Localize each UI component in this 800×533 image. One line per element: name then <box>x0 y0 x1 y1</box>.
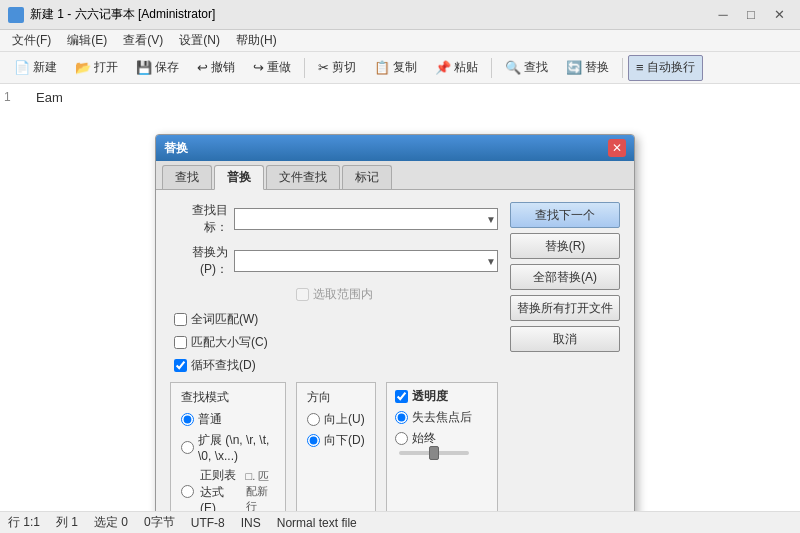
tab-mark[interactable]: 标记 <box>342 165 392 189</box>
menu-help[interactable]: 帮助(H) <box>228 30 285 51</box>
replace-with-label: 替换为(P)： <box>170 244 228 278</box>
mode-regex-radio[interactable] <box>181 485 194 498</box>
transparency-checkbox[interactable] <box>395 390 408 403</box>
transparency-box: 透明度 失去焦点后 始终 <box>386 382 498 511</box>
dialog-left: 查找目标： ▼ 替换为(P)： ▼ <box>170 202 498 511</box>
redo-icon: ↪ <box>253 60 264 75</box>
mode-regex-row: 正则表达式(E) □. 匹配新行 <box>181 467 275 511</box>
toolbar-cut-button[interactable]: ✂ 剪切 <box>310 55 364 81</box>
dialog-right: 查找下一个 替换(R) 全部替换(A) 替换所有打开文件 取消 <box>510 202 620 511</box>
close-button[interactable]: ✕ <box>766 5 792 25</box>
find-next-button[interactable]: 查找下一个 <box>510 202 620 228</box>
status-filetype: Normal text file <box>277 516 357 530</box>
transparency-title-row: 透明度 <box>395 388 489 405</box>
toolbar-autowrap-label: 自动换行 <box>647 59 695 76</box>
toolbar-cut-label: 剪切 <box>332 59 356 76</box>
mode-extended-row: 扩展 (\n, \r, \t, \0, \x...) <box>181 432 275 463</box>
cut-icon: ✂ <box>318 60 329 75</box>
paste-icon: 📌 <box>435 60 451 75</box>
whole-word-checkbox[interactable] <box>174 313 187 326</box>
transp-focus-radio[interactable] <box>395 411 408 424</box>
dialog-title: 替换 <box>164 140 188 157</box>
toolbar-replace-label: 替换 <box>585 59 609 76</box>
transp-focus-label: 失去焦点后 <box>412 409 472 426</box>
new-icon: 📄 <box>14 60 30 75</box>
mode-normal-radio[interactable] <box>181 413 194 426</box>
menu-view[interactable]: 查看(V) <box>115 30 171 51</box>
save-icon: 💾 <box>136 60 152 75</box>
replace-all-button[interactable]: 全部替换(A) <box>510 264 620 290</box>
cancel-button[interactable]: 取消 <box>510 326 620 352</box>
toolbar-open-button[interactable]: 📂 打开 <box>67 55 126 81</box>
copy-icon: 📋 <box>374 60 390 75</box>
toolbar-redo-label: 重做 <box>267 59 291 76</box>
tab-find[interactable]: 查找 <box>162 165 212 189</box>
loop-find-checkbox[interactable] <box>174 359 187 372</box>
dir-down-radio[interactable] <box>307 434 320 447</box>
menu-settings[interactable]: 设置(N) <box>171 30 228 51</box>
toolbar-redo-button[interactable]: ↪ 重做 <box>245 55 299 81</box>
dialog-tabs: 查找 普换 文件查找 标记 <box>156 161 634 190</box>
dir-up-radio[interactable] <box>307 413 320 426</box>
transparency-title: 透明度 <box>412 388 448 405</box>
toolbar-autowrap-button[interactable]: ≡ 自动换行 <box>628 55 703 81</box>
status-encoding: UTF-8 <box>191 516 225 530</box>
match-case-checkbox[interactable] <box>174 336 187 349</box>
direction-box: 方向 向上(U) 向下(D) <box>296 382 376 511</box>
minimize-button[interactable]: ─ <box>710 5 736 25</box>
transparency-slider-row <box>395 451 489 455</box>
status-position: 行 1:1 <box>8 514 40 531</box>
tab-file-find[interactable]: 文件查找 <box>266 165 340 189</box>
toolbar-undo-label: 撤销 <box>211 59 235 76</box>
match-case-row: 匹配大小写(C) <box>174 334 498 351</box>
editor-area[interactable]: 1 Eam 替换 ✕ 查找 普换 文件查找 <box>0 84 800 511</box>
toolbar-new-label: 新建 <box>33 59 57 76</box>
dir-down-row: 向下(D) <box>307 432 365 449</box>
search-mode-title: 查找模式 <box>181 389 275 406</box>
transparency-slider-thumb <box>429 446 439 460</box>
select-range-checkbox[interactable] <box>296 288 309 301</box>
status-select: 选定 0 <box>94 514 128 531</box>
find-target-input[interactable] <box>234 208 498 230</box>
undo-icon: ↩ <box>197 60 208 75</box>
toolbar-save-label: 保存 <box>155 59 179 76</box>
toolbar-sep-2 <box>491 58 492 78</box>
toolbar-undo-button[interactable]: ↩ 撤销 <box>189 55 243 81</box>
toolbar-paste-button[interactable]: 📌 粘贴 <box>427 55 486 81</box>
sections-row: 查找模式 普通 扩展 (\n, \r, \t, \0, \x...) <box>170 382 498 511</box>
tab-replace[interactable]: 普换 <box>214 165 264 190</box>
autowrap-icon: ≡ <box>636 60 644 75</box>
toolbar: 📄 新建 📂 打开 💾 保存 ↩ 撤销 ↪ 重做 ✂ 剪切 📋 复制 📌 粘贴 … <box>0 52 800 84</box>
status-chars: 0字节 <box>144 514 175 531</box>
select-range-row: 选取范围内 <box>170 286 498 303</box>
toolbar-save-button[interactable]: 💾 保存 <box>128 55 187 81</box>
replace-with-row: 替换为(P)： ▼ <box>170 244 498 278</box>
toolbar-new-button[interactable]: 📄 新建 <box>6 55 65 81</box>
titlebar: 新建 1 - 六六记事本 [Administrator] ─ □ ✕ <box>0 0 800 30</box>
tab-mark-label: 标记 <box>355 170 379 184</box>
replace-all-open-button[interactable]: 替换所有打开文件 <box>510 295 620 321</box>
mode-extended-radio[interactable] <box>181 441 194 454</box>
whole-word-label: 全词匹配(W) <box>191 311 258 328</box>
statusbar: 行 1:1 列 1 选定 0 0字节 UTF-8 INS Normal text… <box>0 511 800 533</box>
toolbar-replace-button[interactable]: 🔄 替换 <box>558 55 617 81</box>
toolbar-copy-button[interactable]: 📋 复制 <box>366 55 425 81</box>
replace-button[interactable]: 替换(R) <box>510 233 620 259</box>
menu-file[interactable]: 文件(F) <box>4 30 59 51</box>
loop-find-label: 循环查找(D) <box>191 357 256 374</box>
replace-with-input[interactable] <box>234 250 498 272</box>
tab-replace-label: 普换 <box>227 170 251 184</box>
titlebar-buttons: ─ □ ✕ <box>710 5 792 25</box>
transparency-slider-track <box>399 451 469 455</box>
toolbar-find-button[interactable]: 🔍 查找 <box>497 55 556 81</box>
status-ins: INS <box>241 516 261 530</box>
toolbar-copy-label: 复制 <box>393 59 417 76</box>
transp-focus-row: 失去焦点后 <box>395 409 489 426</box>
tab-file-find-label: 文件查找 <box>279 170 327 184</box>
maximize-button[interactable]: □ <box>738 5 764 25</box>
direction-title: 方向 <box>307 389 365 406</box>
menu-edit[interactable]: 编辑(E) <box>59 30 115 51</box>
dir-up-label: 向上(U) <box>324 411 365 428</box>
dialog-close-button[interactable]: ✕ <box>608 139 626 157</box>
mode-normal-label: 普通 <box>198 411 222 428</box>
